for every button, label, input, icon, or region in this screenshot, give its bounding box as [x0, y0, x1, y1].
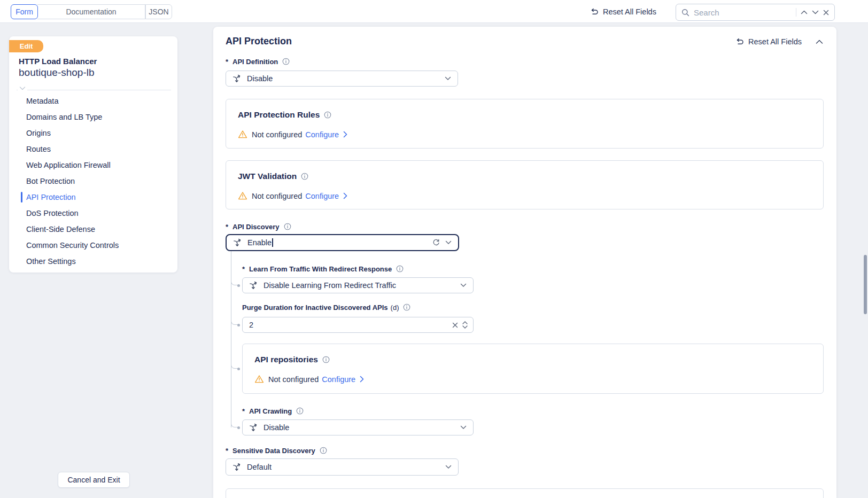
sidebar-item-metadata[interactable]: Metadata [9, 93, 177, 109]
info-icon[interactable] [324, 111, 331, 119]
search-prev-icon[interactable] [801, 10, 808, 14]
configure-link[interactable]: Configure [305, 130, 347, 139]
tab-documentation[interactable]: Documentation [37, 4, 145, 19]
sidebar-item-client-side-defense[interactable]: Client-Side Defense [9, 221, 177, 237]
tree-elbow [231, 320, 238, 325]
sidebar-item-label: Client-Side Defense [26, 225, 95, 234]
learn-from-traffic-label: * Learn From Traffic With Redirect Respo… [242, 264, 404, 273]
selection-branch-icon [232, 74, 242, 83]
box-status-row: Not configured Configure [254, 375, 811, 384]
next-section-box [226, 488, 824, 498]
configure-link[interactable]: Configure [322, 375, 364, 384]
tree-elbow [231, 423, 238, 427]
configure-link[interactable]: Configure [305, 192, 347, 200]
label-text: API Discovery [232, 223, 279, 231]
tab-form[interactable]: Form [11, 4, 38, 19]
info-icon[interactable] [320, 447, 327, 454]
sidebar-item-other-settings[interactable]: Other Settings [9, 253, 177, 269]
sidebar-item-label: Metadata [26, 97, 58, 105]
sidebar-item-api-protection[interactable]: API Protection [9, 189, 177, 205]
required-marker: * [226, 223, 228, 231]
chevron-down-icon [460, 283, 467, 287]
search-close-icon[interactable] [823, 10, 829, 15]
box-title-row: API Protection Rules [238, 110, 811, 120]
info-icon[interactable] [296, 407, 304, 415]
purge-duration-input[interactable] [249, 321, 448, 329]
select-value: Disable Learning From Redirect Traffic [264, 281, 455, 290]
tree-elbow [231, 281, 238, 285]
info-icon[interactable] [301, 173, 308, 180]
page-scrollbar-thumb[interactable] [864, 255, 867, 314]
api-repositories-box: API repositories Not configured Configur… [242, 344, 824, 394]
sidebar-item-dos-protection[interactable]: DoS Protection [9, 205, 177, 221]
search-input[interactable] [694, 8, 792, 17]
select-value: Disable [247, 74, 439, 83]
info-icon[interactable] [284, 223, 291, 230]
sidebar-item-waf[interactable]: Web Application Firewall [9, 157, 177, 173]
required-marker: * [226, 58, 228, 66]
sidebar-item-bot-protection[interactable]: Bot Protection [9, 173, 177, 189]
tree-dot [237, 368, 240, 370]
refresh-icon[interactable] [432, 239, 440, 246]
api-discovery-select[interactable]: Enable [226, 234, 459, 251]
box-title: API repositories [254, 355, 318, 364]
stepper-up-icon[interactable] [462, 321, 468, 324]
sidebar: Edit HTTP Load Balancer boutique-shop-lb… [9, 36, 177, 273]
select-value-text: Enable [247, 238, 272, 247]
nested-tree-line [231, 251, 231, 427]
clear-input-icon[interactable] [452, 322, 458, 328]
selection-branch-icon [232, 463, 242, 472]
stepper-down-icon[interactable] [462, 325, 468, 329]
configure-label: Configure [305, 130, 339, 139]
learn-from-traffic-select[interactable]: Disable Learning From Redirect Traffic [242, 277, 474, 293]
select-value: Default [247, 463, 440, 471]
sidebar-item-common-security-controls[interactable]: Common Security Controls [9, 237, 177, 253]
jwt-validation-box: JWT Validation Not configured Configure [226, 160, 824, 209]
screen: Form Documentation JSON Reset All Fields [0, 0, 868, 498]
api-discovery-label: * API Discovery [226, 222, 291, 231]
info-icon[interactable] [396, 265, 404, 273]
sidebar-item-label: Other Settings [26, 257, 76, 266]
topbar: Form Documentation JSON Reset All Fields [0, 0, 868, 23]
chevron-down-icon [19, 87, 26, 90]
edit-mode-badge: Edit [9, 40, 43, 52]
sidebar-item-label: Domains and LB Type [26, 113, 102, 121]
reset-all-fields-button[interactable]: Reset All Fields [590, 6, 656, 18]
sidebar-item-label: Origins [26, 129, 51, 137]
box-title-row: JWT Validation [238, 172, 811, 181]
info-icon[interactable] [403, 304, 410, 311]
view-mode-tabs: Form Documentation JSON [11, 4, 172, 19]
sidebar-item-label: DoS Protection [26, 209, 79, 217]
api-protection-rules-box: API Protection Rules Not configured Conf… [226, 99, 824, 149]
api-crawling-select[interactable]: Disable [242, 419, 474, 435]
info-icon[interactable] [322, 356, 330, 363]
label-text: Purge Duration for Inactive Discovered A… [242, 304, 388, 312]
selection-branch-icon [249, 423, 258, 432]
undo-icon [735, 37, 744, 46]
sidebar-item-domains-lb-type[interactable]: Domains and LB Type [9, 109, 177, 125]
panel-title: API Protection [226, 36, 292, 47]
api-definition-select[interactable]: Disable [226, 71, 458, 87]
collapse-section-icon[interactable] [816, 40, 823, 44]
sidebar-item-routes[interactable]: Routes [9, 141, 177, 157]
configure-label: Configure [322, 375, 355, 384]
tree-elbow [231, 364, 238, 369]
label-text: Sensitive Data Discovery [232, 447, 315, 455]
sidebar-item-origins[interactable]: Origins [9, 125, 177, 141]
search-next-icon[interactable] [812, 10, 819, 14]
tree-dot [237, 284, 240, 287]
section-reset-all-fields-button[interactable]: Reset All Fields [735, 37, 802, 46]
search-icon [681, 9, 689, 17]
required-marker: * [242, 265, 245, 273]
box-status-row: Not configured Configure [238, 130, 811, 139]
info-icon[interactable] [282, 58, 290, 65]
search-box [676, 4, 835, 21]
status-text: Not configured [252, 192, 302, 200]
sensitive-data-discovery-select[interactable]: Default [226, 458, 459, 476]
cancel-and-exit-button[interactable]: Cancel and Exit [58, 472, 130, 488]
tab-json[interactable]: JSON [145, 4, 172, 19]
section-reset-label: Reset All Fields [748, 37, 802, 46]
selection-branch-icon [233, 238, 242, 247]
undo-icon [590, 7, 599, 16]
label-text: API Crawling [249, 407, 292, 415]
